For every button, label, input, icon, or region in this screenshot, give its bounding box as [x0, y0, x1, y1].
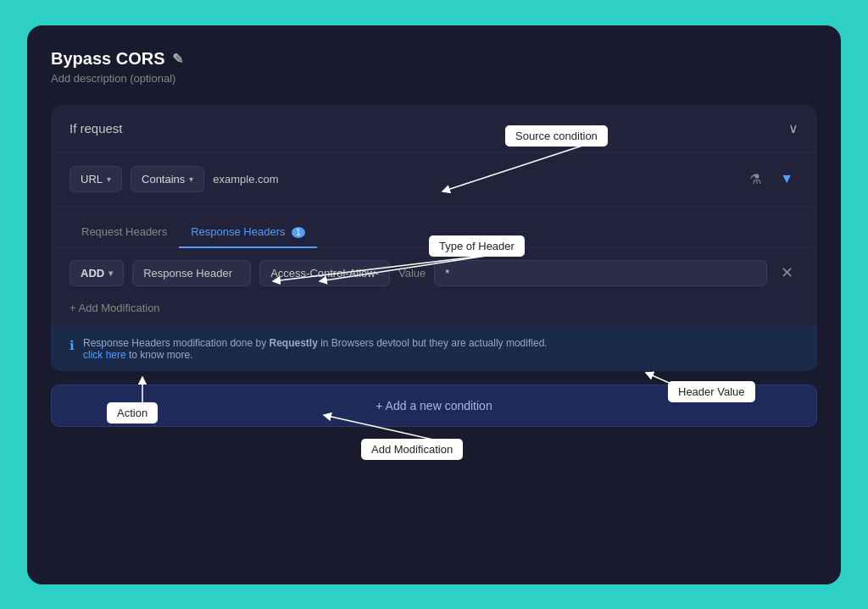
- url-dropdown[interactable]: URL ▾: [70, 166, 122, 192]
- value-input[interactable]: [434, 260, 767, 286]
- add-modification-row: + Add Modification: [51, 298, 817, 326]
- tab-response-headers-badge: 1: [292, 227, 305, 238]
- value-label: Value: [398, 267, 426, 280]
- info-link[interactable]: click here: [83, 349, 126, 361]
- action-chevron-icon: ▾: [108, 269, 113, 278]
- callout-add-modification: Add Modification: [361, 439, 463, 460]
- info-banner: ℹ Response Headers modification done by …: [51, 326, 817, 371]
- chevron-icon[interactable]: ∨: [788, 120, 798, 136]
- rule-card: If request ∨ URL ▾ Contains ▾ ⚗ ▼ Reques…: [51, 105, 817, 371]
- page-subtitle: Add description (optional): [51, 72, 817, 85]
- info-text: Response Headers modification done by Re…: [83, 337, 548, 361]
- add-condition-button[interactable]: + Add a new condition: [51, 385, 817, 427]
- header-type-field: Response Header: [132, 260, 251, 286]
- info-app-name: Requestly: [269, 337, 320, 349]
- edit-icon[interactable]: ✎: [172, 51, 183, 67]
- remove-modification-button[interactable]: ✕: [776, 260, 798, 285]
- url-label: URL: [81, 173, 103, 185]
- tab-request-headers-label: Request Headers: [81, 225, 167, 238]
- if-request-header: If request ∨: [51, 105, 817, 152]
- info-link-suffix: to know more.: [129, 349, 192, 361]
- modification-row: ADD ▾ Response Header Access-Control-All…: [51, 248, 817, 298]
- action-label: ADD: [81, 267, 104, 280]
- tab-response-headers[interactable]: Response Headers 1: [179, 219, 316, 248]
- tabs-row: Request Headers Response Headers 1: [51, 207, 817, 248]
- page-title: Bypass CORS ✎: [51, 49, 817, 69]
- info-text-before: Response Headers modification done by: [83, 337, 266, 349]
- add-modification-label: + Add Modification: [70, 302, 160, 314]
- info-icon: ℹ: [70, 338, 75, 353]
- condition-row: URL ▾ Contains ▾ ⚗ ▼: [51, 152, 817, 207]
- contains-chevron-icon: ▾: [189, 174, 193, 184]
- title-text: Bypass CORS: [51, 49, 165, 69]
- add-modification-button[interactable]: + Add Modification: [70, 302, 160, 314]
- add-condition-label: + Add a new condition: [376, 399, 492, 412]
- info-text-after: in Browsers devtool but they are actuall…: [320, 337, 547, 349]
- condition-value-input[interactable]: [213, 167, 736, 191]
- tab-response-headers-label: Response Headers: [191, 225, 285, 238]
- contains-dropdown[interactable]: Contains ▾: [131, 166, 204, 192]
- tab-request-headers[interactable]: Request Headers: [70, 219, 179, 248]
- contains-label: Contains: [142, 173, 185, 185]
- test-icon[interactable]: ⚗: [744, 168, 766, 191]
- if-request-label: If request: [70, 121, 123, 136]
- filter-icon[interactable]: ▼: [775, 168, 798, 190]
- callout-add-modification-text: Add Modification: [371, 443, 453, 456]
- header-name-field[interactable]: Access-Control-Allow-: [259, 260, 390, 286]
- url-chevron-icon: ▾: [107, 174, 111, 184]
- action-dropdown[interactable]: ADD ▾: [70, 260, 124, 286]
